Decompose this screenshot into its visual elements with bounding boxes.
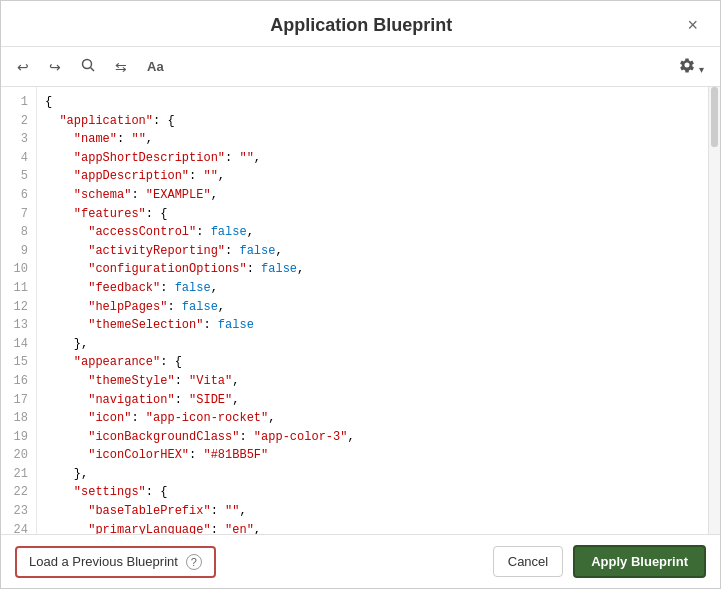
code-line: "helpPages": false, — [45, 298, 708, 317]
load-previous-container: Load a Previous Blueprint ? — [15, 546, 216, 578]
code-content[interactable]: { "application": { "name": "", "appShort… — [37, 87, 708, 534]
line-number: 5 — [13, 167, 28, 186]
line-number: 4 — [13, 149, 28, 168]
settings-button[interactable]: ▾ — [673, 53, 710, 80]
dialog-header: Application Blueprint × — [1, 1, 720, 47]
line-number: 16 — [13, 372, 28, 391]
code-line: "iconBackgroundClass": "app-color-3", — [45, 428, 708, 447]
search-button[interactable] — [75, 54, 101, 79]
gear-icon — [679, 57, 695, 73]
line-numbers: 1234567891011121314151617181920212223242… — [1, 87, 37, 534]
line-number: 24 — [13, 521, 28, 534]
svg-point-0 — [83, 60, 92, 69]
format-button[interactable]: Aa — [141, 55, 170, 78]
line-number: 21 — [13, 465, 28, 484]
line-number: 13 — [13, 316, 28, 335]
line-number: 12 — [13, 298, 28, 317]
line-number: 3 — [13, 130, 28, 149]
code-line: "settings": { — [45, 483, 708, 502]
load-previous-button[interactable]: Load a Previous Blueprint — [29, 554, 178, 569]
code-line: "primaryLanguage": "en", — [45, 521, 708, 534]
line-number: 14 — [13, 335, 28, 354]
vertical-scrollbar[interactable] — [708, 87, 720, 534]
code-line: "themeStyle": "Vita", — [45, 372, 708, 391]
line-number: 7 — [13, 205, 28, 224]
code-line: "schema": "EXAMPLE", — [45, 186, 708, 205]
dialog-footer: Load a Previous Blueprint ? Cancel Apply… — [1, 534, 720, 588]
settings-chevron: ▾ — [699, 64, 704, 75]
code-editor[interactable]: 1234567891011121314151617181920212223242… — [1, 87, 720, 534]
apply-blueprint-button[interactable]: Apply Blueprint — [573, 545, 706, 578]
editor-toolbar: ↩ ↪ ⇆ Aa ▾ — [1, 47, 720, 87]
footer-actions: Cancel Apply Blueprint — [493, 545, 706, 578]
close-button[interactable]: × — [681, 13, 704, 38]
line-number: 20 — [13, 446, 28, 465]
line-number: 8 — [13, 223, 28, 242]
dialog-title: Application Blueprint — [41, 15, 681, 36]
code-line: "appDescription": "", — [45, 167, 708, 186]
svg-line-1 — [91, 68, 95, 72]
code-line: }, — [45, 465, 708, 484]
code-line: "themeSelection": false — [45, 316, 708, 335]
code-line: "activityReporting": false, — [45, 242, 708, 261]
code-line: "features": { — [45, 205, 708, 224]
line-number: 11 — [13, 279, 28, 298]
line-number: 18 — [13, 409, 28, 428]
line-number: 10 — [13, 260, 28, 279]
line-number: 6 — [13, 186, 28, 205]
line-number: 9 — [13, 242, 28, 261]
code-line: "appShortDescription": "", — [45, 149, 708, 168]
cancel-button[interactable]: Cancel — [493, 546, 563, 577]
scrollbar-thumb[interactable] — [711, 87, 718, 147]
code-line: "name": "", — [45, 130, 708, 149]
line-number: 22 — [13, 483, 28, 502]
code-line: { — [45, 93, 708, 112]
code-line: "configurationOptions": false, — [45, 260, 708, 279]
code-line: "accessControl": false, — [45, 223, 708, 242]
code-line: "appearance": { — [45, 353, 708, 372]
redo-button[interactable]: ↪ — [43, 55, 67, 79]
line-number: 1 — [13, 93, 28, 112]
code-line: "icon": "app-icon-rocket", — [45, 409, 708, 428]
swap-button[interactable]: ⇆ — [109, 55, 133, 79]
code-line: "navigation": "SIDE", — [45, 391, 708, 410]
line-number: 15 — [13, 353, 28, 372]
line-number: 2 — [13, 112, 28, 131]
help-icon[interactable]: ? — [186, 554, 202, 570]
line-number: 17 — [13, 391, 28, 410]
code-line: "feedback": false, — [45, 279, 708, 298]
application-blueprint-dialog: Application Blueprint × ↩ ↪ ⇆ Aa ▾ 12345… — [0, 0, 721, 589]
code-line: }, — [45, 335, 708, 354]
search-icon — [81, 58, 95, 72]
code-line: "iconColorHEX": "#81BB5F" — [45, 446, 708, 465]
code-line: "baseTablePrefix": "", — [45, 502, 708, 521]
line-number: 23 — [13, 502, 28, 521]
undo-button[interactable]: ↩ — [11, 55, 35, 79]
line-number: 19 — [13, 428, 28, 447]
code-line: "application": { — [45, 112, 708, 131]
